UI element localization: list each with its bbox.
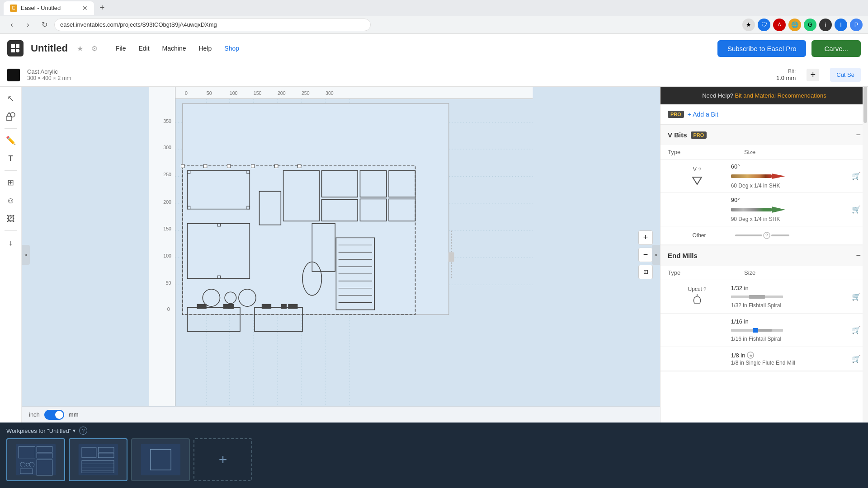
active-tab[interactable]: E Easel - Untitled ✕ [4, 1, 94, 15]
image-tool[interactable]: 🖼 [3, 211, 19, 227]
add-bit-bar: PRO + Add a Bit [660, 104, 868, 125]
endmill-132-size-label: 1/32 in [731, 285, 848, 291]
main-area: ↖ ✏️ T ⊞ ☺ 🖼 ↓ [0, 87, 868, 422]
svg-text:50: 50 [166, 280, 171, 286]
collapse-right-panel-button[interactable]: « [652, 245, 660, 265]
menu-help[interactable]: Help [193, 42, 217, 55]
endmill-116-image [731, 326, 785, 335]
endmill-116-cart-button[interactable]: 🛒 [852, 326, 861, 334]
v-bits-collapse-button[interactable]: − [856, 130, 861, 140]
vbit-60-label: V ? [693, 166, 701, 173]
back-button[interactable]: ‹ [5, 19, 18, 31]
workpiece-add-button[interactable]: + [193, 438, 252, 481]
new-tab-button[interactable]: + [96, 2, 108, 14]
help-link[interactable]: Bit and Material Recommendations [735, 92, 826, 99]
end-mills-collapse-button[interactable]: − [856, 251, 861, 260]
end-mills-section: End Mills − Type Size Upcut ? [660, 245, 868, 371]
vbit-90-image [731, 204, 785, 215]
workpieces-title[interactable]: Workpieces for "Untitled" ▾ [6, 427, 75, 434]
carve-button[interactable]: Carve... [811, 40, 861, 57]
cut-settings-button[interactable]: Cut Se [830, 68, 861, 82]
right-panel-scrollbar[interactable] [863, 87, 868, 422]
ext-icon-3[interactable]: i [819, 19, 832, 31]
vbit-other-row: Other ? [660, 226, 868, 245]
vbit-90-size-cell: 90° [726, 197, 848, 222]
material-color-swatch[interactable] [7, 69, 20, 81]
svg-marker-92 [772, 174, 785, 179]
upcut-icon [691, 293, 703, 308]
material-bar: Cast Acrylic 300 × 400 × 2 mm Bit: 1.0 m… [0, 63, 868, 87]
tab-close-button[interactable]: ✕ [82, 5, 88, 12]
menu-edit[interactable]: Edit [133, 42, 155, 55]
app-logo[interactable] [7, 40, 24, 56]
svg-rect-103 [753, 328, 758, 333]
svg-text:100: 100 [230, 90, 238, 96]
inch-label: inch [29, 411, 40, 418]
reload-button[interactable]: ↻ [38, 19, 51, 31]
workpiece-thumbnail-1[interactable] [6, 438, 65, 481]
scrollbar-thumb[interactable] [863, 87, 867, 123]
app: Untitled ★ ⚙ File Edit Machine Help Shop… [0, 34, 868, 488]
bookmark-icon[interactable]: ★ [742, 19, 755, 31]
v-bits-header: V Bits PRO − [660, 125, 868, 145]
import-tool[interactable]: ↓ [3, 235, 19, 251]
vbit-other-type: Other [668, 232, 731, 239]
workpiece-thumbnail-3[interactable] [131, 438, 190, 481]
vbit-60-cart-button[interactable]: 🛒 [852, 172, 861, 180]
zoom-out-button[interactable]: − [638, 248, 653, 262]
endmill-132-cart-button[interactable]: 🛒 [852, 292, 861, 301]
svg-rect-95 [735, 235, 762, 236]
ext-icon-1[interactable]: 🌐 [788, 19, 801, 31]
shield-icon[interactable]: 🛡 [758, 19, 770, 31]
vbit-60-image [731, 171, 785, 182]
collapse-left-panel-button[interactable]: » [22, 245, 30, 265]
endmill-18-cart-button[interactable]: 🛒 [852, 355, 861, 363]
menu-file[interactable]: File [110, 42, 132, 55]
pointer-tool[interactable]: ↖ [3, 90, 19, 107]
canvas-controls: + − ⊡ [638, 230, 653, 279]
address-input[interactable]: easel.inventables.com/projects/S93tCObgt… [54, 19, 371, 31]
text-tool[interactable]: T [3, 150, 19, 167]
workpiece-thumbnail-2[interactable] [69, 438, 127, 481]
vbit-60-detail: 60 Deg x 1/4 in SHK [731, 183, 848, 189]
browser-extension-icons: ★ 🛡 A 🌐 G i I P [742, 19, 863, 31]
upcut-type: Upcut ? [668, 286, 726, 308]
subscribe-button[interactable]: Subscribe to Easel Pro [717, 40, 807, 57]
fit-view-button[interactable]: ⊡ [638, 265, 653, 279]
ext-icon-2[interactable]: G [804, 19, 816, 31]
forward-button[interactable]: › [22, 19, 34, 31]
add-bit-button[interactable]: + Add a Bit [688, 111, 718, 118]
ext-icon-4[interactable]: I [835, 19, 847, 31]
pen-tool[interactable]: ✏️ [3, 132, 19, 149]
apps-tool[interactable]: ⊞ [3, 174, 19, 191]
svg-rect-101 [749, 295, 765, 299]
svg-rect-91 [731, 174, 772, 178]
menu-shop[interactable]: Shop [219, 42, 245, 55]
add-item-button[interactable]: + [807, 69, 819, 81]
units-toggle[interactable] [44, 410, 64, 420]
menu-machine[interactable]: Machine [157, 42, 192, 55]
vbit-help-icon[interactable]: ? [698, 167, 701, 172]
svg-text:200: 200 [163, 199, 171, 205]
end-mills-header: End Mills − [660, 245, 868, 266]
project-settings-icon[interactable]: ⚙ [91, 44, 98, 53]
left-toolbar: ↖ ✏️ T ⊞ ☺ 🖼 ↓ [0, 87, 22, 422]
workpieces-header: Workpieces for "Untitled" ▾ ? [0, 423, 868, 438]
svg-text:★: ★ [749, 353, 753, 358]
profile-icon[interactable]: P [850, 19, 863, 31]
end-mills-table-header: Type Size [660, 266, 868, 280]
vbit-90-cart-button[interactable]: 🛒 [852, 205, 861, 214]
acrobat-icon[interactable]: A [773, 19, 786, 31]
smiley-tool[interactable]: ☺ [3, 192, 19, 209]
v-bits-table-header: Type Size [660, 145, 868, 160]
upcut-label: Upcut ? [688, 286, 706, 292]
svg-rect-0 [11, 44, 15, 48]
workpieces-help-icon[interactable]: ? [79, 427, 87, 435]
material-name: Cast Acrylic [27, 68, 71, 75]
zoom-in-button[interactable]: + [638, 230, 653, 245]
svg-rect-98 [771, 235, 789, 236]
favorite-icon[interactable]: ★ [77, 44, 83, 53]
canvas-area[interactable]: 0 50 100 150 200 250 300 350 300 250 200… [22, 87, 660, 422]
shapes-tool[interactable] [3, 108, 19, 125]
upcut-help-icon[interactable]: ? [703, 286, 706, 292]
